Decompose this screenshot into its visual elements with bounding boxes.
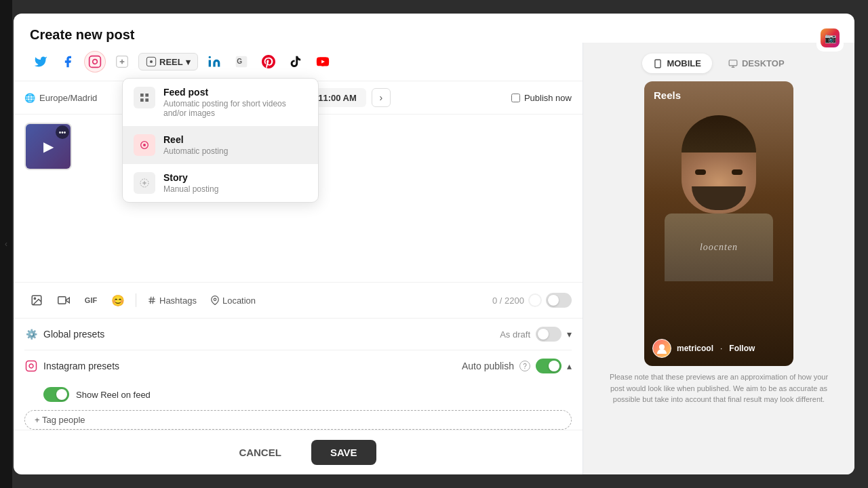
instagram-presets-row: Instagram presets Auto publish ? ▴: [24, 350, 572, 382]
reel-type-dropdown: Feed post Automatic posting for short vi…: [122, 78, 319, 203]
dropdown-item-feed-post[interactable]: Feed post Automatic posting for short vi…: [123, 79, 318, 126]
location-button[interactable]: Location: [205, 293, 261, 308]
user-name: metricool: [677, 344, 713, 353]
char-count-value: 0 / 2200: [492, 296, 524, 306]
image-upload-button[interactable]: [24, 288, 49, 312]
global-presets-controls: As draft ▾: [500, 327, 572, 342]
platform-facebook[interactable]: [57, 51, 79, 73]
svg-rect-30: [655, 60, 660, 68]
global-presets-label: ⚙️ Global presets: [24, 327, 500, 341]
instagram-presets-icon: [24, 359, 38, 373]
tab-mobile-label: MOBILE: [667, 58, 701, 68]
presets-section: ⚙️ Global presets As draft ▾: [14, 319, 583, 410]
global-presets-row: ⚙️ Global presets As draft ▾: [24, 319, 572, 350]
tab-desktop[interactable]: DESKTOP: [717, 54, 795, 73]
media-thumbnail[interactable]: ▶ •••: [24, 123, 72, 170]
tab-desktop-label: DESKTOP: [742, 58, 785, 68]
video-upload-button[interactable]: [52, 288, 76, 312]
thumbnail-menu[interactable]: •••: [56, 125, 69, 139]
svg-point-7: [208, 56, 210, 58]
save-button[interactable]: SAVE: [311, 440, 376, 465]
timezone-display: 🌐 Europe/Madrid: [24, 93, 97, 103]
as-draft-toggle[interactable]: [536, 327, 561, 342]
date-next-button[interactable]: ›: [372, 88, 391, 107]
story-title: Story: [163, 172, 307, 183]
svg-text:G: G: [237, 58, 242, 65]
svg-point-15: [143, 144, 146, 146]
reel-subtitle: Automatic posting: [163, 146, 307, 156]
help-icon[interactable]: ?: [519, 361, 530, 371]
svg-rect-28: [26, 361, 37, 371]
svg-point-6: [150, 60, 153, 63]
feed-post-subtitle: Automatic posting for short videos and/o…: [163, 99, 307, 118]
svg-line-26: [153, 297, 153, 304]
preview-phone: Reels: [644, 81, 793, 366]
create-post-modal: Create new post 📷: [14, 14, 854, 474]
globe-icon: 🌐: [24, 93, 35, 103]
dropdown-item-reel[interactable]: Reel Automatic posting: [123, 126, 318, 164]
platform-google[interactable]: G: [231, 51, 252, 73]
auto-publish-toggle[interactable]: [536, 359, 561, 373]
reel-title: Reel: [163, 134, 307, 145]
reels-badge: Reels: [654, 89, 681, 101]
preview-note: Please note that these previews are an a…: [604, 371, 834, 405]
platform-pinterest[interactable]: [258, 51, 279, 73]
location-label: Location: [222, 296, 256, 306]
svg-point-27: [214, 298, 216, 301]
gif-button[interactable]: GIF: [79, 288, 103, 312]
as-draft-label: As draft: [500, 329, 530, 340]
tag-people-label: + Tag people: [35, 415, 85, 425]
modal-overlay: Create new post 📷: [0, 0, 868, 488]
instagram-presets-chevron[interactable]: ▴: [567, 361, 572, 371]
tab-mobile[interactable]: MOBILE: [642, 54, 712, 73]
platform-linkedin[interactable]: [203, 51, 225, 73]
preview-panel: MOBILE DESKTOP Reels: [583, 43, 854, 474]
reel-video-content: loocnten: [644, 81, 793, 366]
gear-icon: ⚙️: [24, 327, 38, 341]
instagram-header-icon[interactable]: 📷: [816, 24, 844, 52]
platform-tiktok[interactable]: [285, 51, 307, 73]
tag-people-button[interactable]: + Tag people: [24, 410, 572, 430]
reel-dropdown-button[interactable]: REEL ▾: [138, 53, 198, 70]
toolbar-divider: [136, 293, 136, 307]
story-icon: [134, 172, 155, 194]
emoji-button[interactable]: 😊: [106, 288, 130, 312]
global-presets-chevron[interactable]: ▾: [567, 329, 572, 340]
story-subtitle: Manual posting: [163, 184, 307, 194]
ig-gradient-icon: 📷: [821, 28, 840, 47]
platform-add[interactable]: [111, 51, 133, 73]
dropdown-item-story[interactable]: Story Manual posting: [123, 164, 318, 202]
svg-rect-10: [140, 94, 144, 97]
show-reel-on-feed-row: Show Reel on feed: [24, 382, 572, 410]
platform-instagram[interactable]: [84, 51, 106, 73]
left-panel: REEL ▾ G: [14, 43, 583, 474]
preview-tabs: MOBILE DESKTOP: [642, 54, 795, 73]
feed-post-icon: [134, 87, 155, 108]
hashtags-button[interactable]: Hashtags: [142, 293, 202, 308]
char-count: 0 / 2200: [492, 293, 572, 308]
auto-publish-controls: Auto publish ? ▴: [462, 359, 572, 373]
char-limit-indicator: [528, 293, 542, 307]
timezone-label: Europe/Madrid: [39, 93, 97, 103]
follow-button[interactable]: Follow: [729, 344, 755, 353]
svg-rect-22: [58, 297, 66, 304]
feed-post-title: Feed post: [163, 87, 307, 98]
platform-youtube[interactable]: [312, 51, 334, 73]
reel-dropdown-label: REEL: [159, 57, 183, 67]
cancel-button[interactable]: CANCEL: [220, 440, 300, 465]
publish-now-checkbox[interactable]: [511, 94, 520, 102]
reels-preview: Reels: [644, 81, 793, 366]
char-limit-toggle[interactable]: [546, 293, 572, 308]
svg-rect-32: [729, 60, 737, 65]
svg-marker-21: [66, 298, 69, 303]
auto-publish-label: Auto publish: [462, 361, 514, 371]
svg-rect-0: [90, 56, 101, 68]
editor-toolbar: GIF 😊 Hashtags Location 0 /: [14, 282, 583, 319]
svg-point-20: [34, 298, 35, 299]
modal-footer: CANCEL SAVE: [14, 430, 583, 474]
svg-rect-12: [140, 98, 144, 102]
user-avatar: [652, 339, 671, 358]
platform-twitter[interactable]: [30, 51, 52, 73]
svg-rect-11: [145, 94, 149, 97]
show-reel-toggle[interactable]: [43, 387, 69, 402]
